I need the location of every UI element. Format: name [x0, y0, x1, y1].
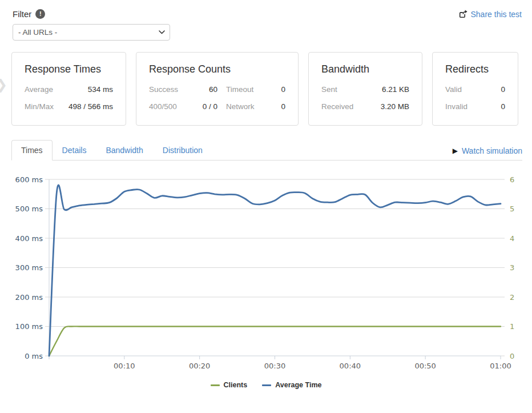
legend-label: Clients — [224, 381, 248, 389]
info-icon[interactable]: ! — [35, 9, 45, 19]
left-axis-label: 100 ms — [15, 322, 43, 331]
stat-value: 0 — [263, 98, 285, 115]
legend-item-clients[interactable]: Clients — [211, 381, 248, 389]
tab-times[interactable]: Times — [11, 140, 53, 161]
carousel-next-chevron-icon[interactable]: ❯ — [0, 78, 7, 91]
right-axis-label: 6 — [510, 175, 514, 184]
right-axis-label: 5 — [510, 205, 514, 213]
filter-group: Filter ! — [13, 9, 45, 19]
stat-label: 400/500 — [149, 98, 196, 115]
times-chart[interactable]: 0 ms0100 ms1200 ms2300 ms3400 ms4500 ms5… — [0, 171, 532, 372]
right-axis-label: 4 — [510, 234, 514, 243]
play-icon: ▶ — [453, 147, 458, 154]
stat-value: 0 / 0 — [196, 98, 217, 115]
card-title: Redirects — [445, 63, 505, 75]
legend-item-average-time[interactable]: Average Time — [262, 381, 321, 389]
card-row: Success60Timeout0 — [149, 81, 285, 98]
left-axis-label: 0 ms — [25, 352, 43, 360]
legend-swatch — [262, 384, 271, 386]
card-title: Bandwidth — [321, 63, 409, 75]
stat-value: 3.20 MB — [381, 98, 409, 115]
stat-label: Average — [25, 81, 53, 98]
right-axis-label: 1 — [510, 322, 514, 331]
card-row: Received3.20 MB — [321, 98, 409, 115]
x-axis-label: 01:00 — [490, 362, 511, 370]
left-axis-label: 400 ms — [15, 234, 43, 243]
right-axis-label: 3 — [510, 263, 514, 272]
tabs-bar: TimesDetailsBandwidthDistribution ▶ Watc… — [11, 140, 522, 161]
stat-label: Min/Max — [25, 98, 54, 115]
x-axis-label: 00:30 — [264, 362, 285, 370]
legend-label: Average Time — [275, 381, 321, 389]
stat-cards: Response TimesAverage534 msMin/Max498 / … — [11, 52, 522, 126]
left-axis-label: 600 ms — [15, 175, 43, 184]
times-chart-svg[interactable]: 0 ms0100 ms1200 ms2300 ms3400 ms4500 ms5… — [0, 171, 532, 372]
series-average-time[interactable] — [49, 185, 501, 356]
stat-label: Valid — [445, 81, 462, 98]
tabs: TimesDetailsBandwidthDistribution — [11, 140, 212, 160]
x-axis-label: 00:40 — [340, 362, 361, 370]
left-axis-label: 500 ms — [15, 205, 43, 213]
stat-value: 0 — [263, 81, 285, 98]
stat-label: Success — [149, 81, 196, 98]
card-title: Response Times — [25, 63, 113, 75]
card-row: Invalid0 — [445, 98, 505, 115]
share-icon — [459, 10, 467, 18]
header: Filter ! Share this test — [0, 0, 532, 19]
tab-distribution[interactable]: Distribution — [153, 140, 212, 161]
stat-value: 60 — [196, 81, 217, 98]
left-axis-label: 300 ms — [15, 263, 43, 272]
card-row: Valid0 — [445, 81, 505, 98]
url-filter-select[interactable]: - All URLs - — [13, 24, 170, 41]
right-axis-label: 2 — [510, 293, 514, 302]
left-axis-label: 200 ms — [15, 293, 43, 302]
stat-label: Network — [217, 98, 263, 115]
stat-label: Sent — [321, 81, 337, 98]
stat-label: Timeout — [217, 81, 263, 98]
card-redirects: RedirectsValid0Invalid0 — [432, 52, 518, 126]
stat-label: Invalid — [445, 98, 467, 115]
chart-legend: ClientsAverage Time — [0, 381, 532, 389]
legend-swatch — [211, 384, 220, 386]
stat-value: 498 / 566 ms — [68, 98, 113, 115]
card-response-times: Response TimesAverage534 msMin/Max498 / … — [11, 52, 126, 126]
load-test-results-page: Filter ! Share this test - All URLs - ❯ … — [0, 0, 532, 413]
right-axis-label: 0 — [510, 352, 514, 360]
series-clients[interactable] — [49, 326, 501, 356]
filter-label: Filter — [13, 9, 31, 19]
card-row: Sent6.21 KB — [321, 81, 409, 98]
card-row: Min/Max498 / 566 ms — [25, 98, 113, 115]
share-link-label: Share this test — [471, 10, 522, 19]
card-title: Response Counts — [149, 63, 285, 75]
card-row: Average534 ms — [25, 81, 113, 98]
card-bandwidth: BandwidthSent6.21 KBReceived3.20 MB — [308, 52, 422, 126]
stat-value: 6.21 KB — [382, 81, 409, 98]
watch-simulation-link[interactable]: ▶ Watch simulation — [453, 146, 522, 160]
stat-value: 0 — [501, 81, 505, 98]
share-test-link[interactable]: Share this test — [459, 10, 522, 19]
x-axis-label: 00:50 — [414, 362, 436, 370]
x-axis-label: 00:20 — [189, 362, 210, 370]
card-row: 400/5000 / 0Network0 — [149, 98, 285, 115]
tab-details[interactable]: Details — [53, 140, 96, 161]
url-filter-wrap: - All URLs - — [13, 24, 170, 41]
x-axis-label: 00:10 — [114, 362, 135, 370]
card-response-counts: Response CountsSuccess60Timeout0400/5000… — [136, 52, 299, 126]
stat-label: Received — [321, 98, 353, 115]
stat-value: 534 ms — [88, 81, 113, 98]
stat-value: 0 — [501, 98, 505, 115]
watch-simulation-label: Watch simulation — [462, 146, 522, 155]
tab-bandwidth[interactable]: Bandwidth — [96, 140, 152, 161]
